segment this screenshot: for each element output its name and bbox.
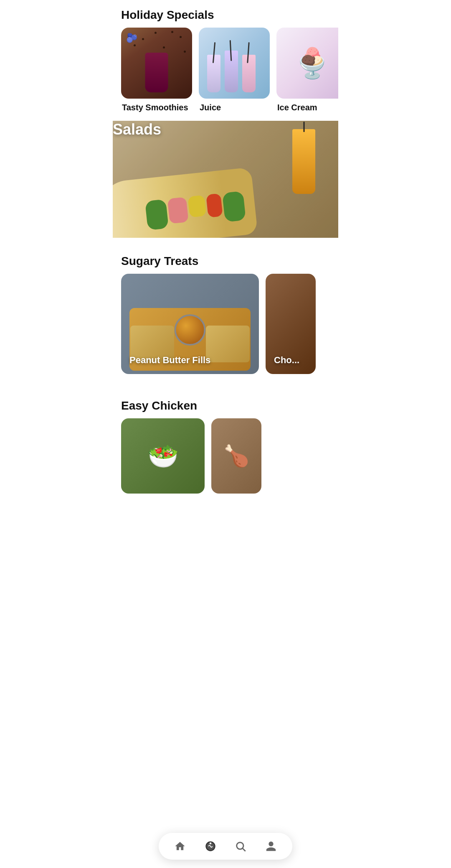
icecream-image [276, 28, 338, 99]
smoothies-card[interactable]: Tasty Smoothies [121, 28, 192, 112]
pb-toast-right [206, 326, 250, 362]
peanut-butter-label: Peanut Butter Fills [129, 355, 210, 366]
dot [184, 51, 186, 53]
sugary-treats-scroll[interactable]: Peanut Butter Fills Cho... [113, 274, 338, 382]
dot [155, 32, 157, 34]
fill-green [145, 199, 169, 230]
juice-image [199, 28, 270, 99]
fill-green-2 [222, 191, 246, 222]
holiday-specials-scroll[interactable]: Tasty Smoothies Juice Ice Cream [113, 28, 338, 121]
sugary-treats-section: Sugary Treats Peanut Butter Fills Cho... [113, 238, 338, 382]
holiday-specials-section: Holiday Specials Tasty Smoothies [113, 0, 338, 121]
dot [180, 36, 182, 38]
smoothies-image [121, 28, 192, 99]
glass-3 [242, 55, 256, 92]
sugary-treats-title: Sugary Treats [113, 246, 338, 274]
chicken-cards-scroll[interactable]: 🥗 🍗 [113, 418, 338, 502]
easy-chicken-title: Easy Chicken [113, 391, 338, 418]
chicken-card-2[interactable]: 🍗 [211, 418, 261, 494]
juice-card[interactable]: Juice [199, 28, 270, 112]
juice-cup [292, 129, 315, 194]
holiday-specials-title: Holiday Specials [113, 0, 338, 28]
page-content: Holiday Specials Tasty Smoothies [113, 0, 338, 544]
smoothies-label: Tasty Smoothies [121, 103, 192, 112]
fill-red [206, 193, 223, 218]
chocolate-card[interactable]: Cho... [266, 274, 316, 374]
fill-pink [167, 197, 189, 224]
chocolate-label: Cho... [274, 355, 299, 366]
dot [129, 34, 132, 36]
salads-banner[interactable]: Salads [113, 121, 338, 238]
peanut-butter-card[interactable]: Peanut Butter Fills [121, 274, 259, 374]
dot [163, 46, 165, 48]
dot [142, 38, 144, 40]
fill-yellow [187, 195, 206, 218]
pb-jar [175, 314, 206, 346]
juice-label: Juice [199, 103, 270, 112]
dot [171, 31, 173, 33]
icecream-label: Ice Cream [276, 103, 338, 112]
dot [134, 44, 136, 46]
juice-straw [303, 122, 304, 132]
icecream-card[interactable]: Ice Cream [276, 28, 338, 112]
chicken-bowl-card[interactable]: 🥗 [121, 418, 205, 494]
salads-label: Salads [113, 121, 161, 138]
easy-chicken-section: Easy Chicken 🥗 🍗 [113, 382, 338, 502]
